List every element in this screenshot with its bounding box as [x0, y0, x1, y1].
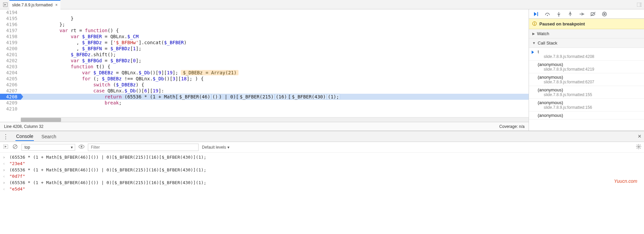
paused-text: Paused on breakpoint — [539, 21, 585, 26]
console-input-row: ›(65536 * (1 + Math[$_BFBER(46)]()) | 0)… — [0, 154, 644, 160]
code-line[interactable]: 4195 } — [0, 15, 529, 21]
console-input-row: ›(65536 * (1 + Math[$_BFBER(46)]()) | 0)… — [0, 167, 644, 173]
svg-point-6 — [547, 15, 548, 16]
code-line[interactable]: 4198 var $_BFBER = QBLnx.$_CM — [0, 33, 529, 40]
line-number[interactable]: 4202 — [0, 58, 21, 64]
code-line[interactable]: 4210 — [0, 106, 529, 112]
code-line[interactable]: 4197 var rt = function() { — [0, 27, 529, 33]
line-number[interactable]: 4210 — [0, 106, 21, 112]
file-tab-title: slide.7.8.9.js:formatted — [12, 3, 53, 7]
svg-line-30 — [640, 148, 641, 149]
svg-point-24 — [638, 146, 639, 147]
code-line[interactable]: 4204 var $_DBEBz = QBLnx.$_Db()[9][19];$… — [0, 70, 529, 76]
code-line[interactable]: 4207 case QBLnx.$_Db()[6][19]: — [0, 88, 529, 94]
svg-point-8 — [558, 15, 559, 16]
stack-frame[interactable]: (anonymous)slide.7.8.9.js:formatted:155 — [529, 86, 644, 99]
line-number[interactable]: 4207 — [0, 88, 21, 94]
code-line[interactable]: 4199 , $_BFBDz = ['$_BFBHw'].concat($_BF… — [0, 40, 529, 46]
console-tab[interactable]: Console — [15, 132, 34, 141]
frame-function: (anonymous) — [538, 87, 563, 92]
line-number[interactable]: 4198 — [0, 33, 21, 40]
step-over-icon[interactable] — [544, 10, 551, 18]
svg-marker-1 — [4, 4, 6, 6]
line-number[interactable]: 4205 — [0, 76, 21, 82]
code-line[interactable]: 4200 , $_BFBFN = $_BFBDz[1]; — [0, 46, 529, 52]
context-selector[interactable]: top — [21, 144, 75, 151]
code-line[interactable]: 4202 var $_BFBGd = $_BFBDz[0]; — [0, 58, 529, 64]
frame-location: slide.7.8.9.js:formatted:156 — [538, 105, 641, 110]
line-number[interactable]: 4194 — [0, 9, 21, 15]
resume-icon[interactable] — [532, 10, 540, 18]
console-output-row: ‹"0d7f" — [0, 173, 644, 179]
page-icon[interactable] — [1, 2, 9, 7]
frame-function: (anonymous) — [538, 100, 563, 105]
console-output-row: ‹"e5d4" — [0, 186, 644, 192]
more-tabs-icon[interactable] — [636, 3, 643, 7]
console-input-row: ›(65536 * (1 + Math[$_BFBER(46)]()) | 0)… — [0, 179, 644, 186]
code-line[interactable]: 4203 function t() { — [0, 64, 529, 70]
step-out-icon[interactable] — [567, 10, 574, 18]
line-number[interactable]: 4197 — [0, 27, 21, 33]
line-number[interactable]: 4203 — [0, 64, 21, 70]
toggle-sidebar-icon[interactable] — [3, 145, 9, 150]
code-line[interactable]: 4196 }; — [0, 21, 529, 27]
line-number[interactable]: 4204 — [0, 70, 21, 76]
clear-console-icon[interactable] — [12, 144, 18, 150]
code-line[interactable]: 4208 return (65536 * (1 + Math[$_BFBER(4… — [0, 94, 529, 100]
deactivate-breakpoints-icon[interactable] — [589, 10, 597, 18]
file-tab[interactable]: slide.7.8.9.js:formatted × — [9, 0, 60, 9]
console-settings-icon[interactable] — [636, 144, 641, 150]
debugger-toolbar — [529, 9, 644, 19]
log-levels-selector[interactable]: Default levels▾ — [202, 145, 229, 150]
svg-rect-2 — [637, 3, 642, 7]
svg-point-10 — [570, 12, 571, 13]
watch-label: Watch — [537, 31, 549, 36]
stack-frame[interactable]: tslide.7.8.9.js:formatted:4208 — [529, 48, 644, 61]
drawer-tabs: ⋮ Console Search × — [0, 131, 644, 142]
live-expression-icon[interactable] — [78, 145, 85, 150]
search-tab[interactable]: Search — [41, 133, 57, 141]
code-editor[interactable]: 4194 4195 }4196 };4197 var rt = function… — [0, 9, 529, 117]
stack-frame[interactable]: (anonymous) — [529, 111, 644, 120]
close-drawer-icon[interactable]: × — [638, 133, 641, 140]
code-line[interactable]: 4206 switch ($_DBEBz) { — [0, 82, 529, 88]
drawer-menu-icon[interactable]: ⋮ — [3, 133, 9, 140]
console-text: (65536 * (1 + Math[$_BFBER(46)]()) | 0)[… — [9, 155, 206, 160]
step-icon[interactable] — [578, 10, 585, 18]
watch-section[interactable]: ▶ Watch — [529, 29, 644, 38]
line-number[interactable]: 4206 — [0, 82, 21, 88]
code-line[interactable]: 4194 — [0, 9, 529, 15]
pause-exceptions-icon[interactable] — [601, 10, 608, 18]
input-marker-icon: › — [3, 155, 9, 160]
code-line[interactable]: 4205 for (; $_DBEBz !== QBLnx.$_Db()[3][… — [0, 76, 529, 82]
step-into-icon[interactable] — [555, 10, 562, 18]
line-number[interactable]: 4196 — [0, 21, 21, 27]
close-tab-icon[interactable]: × — [55, 3, 58, 7]
line-number[interactable]: 4201 — [0, 52, 21, 58]
line-number[interactable]: 4195 — [0, 15, 21, 21]
svg-point-12 — [583, 13, 584, 14]
stack-frame[interactable]: (anonymous)slide.7.8.9.js:formatted:4219 — [529, 61, 644, 73]
svg-line-31 — [637, 148, 638, 149]
stack-frame[interactable]: (anonymous)slide.7.8.9.js:formatted:6207 — [529, 73, 644, 86]
horizontal-scrollbar[interactable] — [21, 117, 529, 122]
editor-status-bar: Line 4208, Column 32 Coverage: n/a — [0, 122, 529, 131]
console-output-row: ‹"23e4" — [0, 160, 644, 167]
line-number[interactable]: 4209 — [0, 100, 21, 106]
output-marker-icon: ‹ — [3, 186, 9, 191]
frame-function: (anonymous) — [538, 62, 563, 67]
info-icon: ⓘ — [532, 21, 537, 27]
line-number[interactable]: 4208 — [0, 94, 21, 100]
console-filter-input[interactable] — [88, 144, 199, 151]
frame-function: t — [538, 49, 539, 54]
line-number[interactable]: 4200 — [0, 46, 21, 52]
code-line[interactable]: 4209 break; — [0, 100, 529, 106]
code-line[interactable]: 4201 $_BFBDz.shift(); — [0, 52, 529, 58]
console-text: (65536 * (1 + Math[$_BFBER(46)]()) | 0)[… — [9, 180, 206, 185]
svg-rect-17 — [605, 13, 605, 15]
callstack-section[interactable]: ▼ Call Stack — [529, 38, 644, 48]
line-number[interactable]: 4199 — [0, 40, 21, 46]
console-output[interactable]: ›(65536 * (1 + Math[$_BFBER(46)]()) | 0)… — [0, 153, 644, 234]
sources-tab-strip: slide.7.8.9.js:formatted × — [0, 0, 644, 9]
stack-frame[interactable]: (anonymous)slide.7.8.9.js:formatted:156 — [529, 99, 644, 111]
